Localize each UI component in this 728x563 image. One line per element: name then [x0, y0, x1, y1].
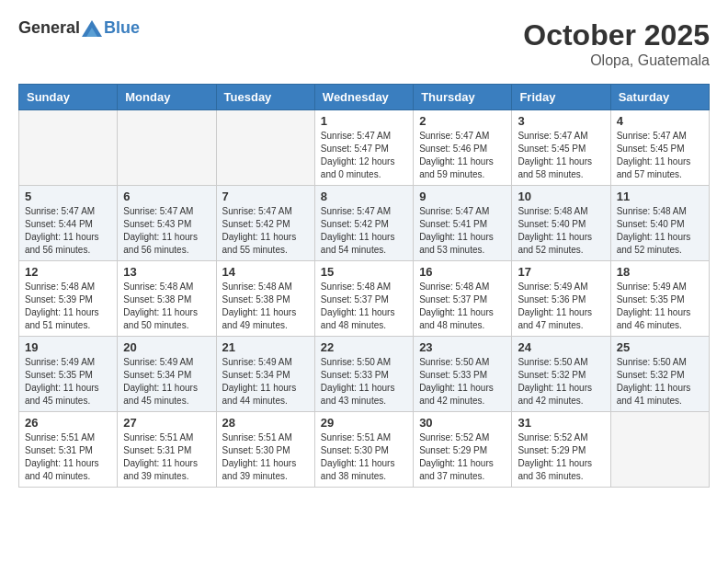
day-number: 20 — [123, 340, 210, 354]
day-info: Sunrise: 5:47 AMSunset: 5:41 PMDaylight:… — [419, 205, 506, 257]
day-cell-18: 18Sunrise: 5:49 AMSunset: 5:35 PMDayligh… — [610, 261, 709, 337]
week-row-3: 12Sunrise: 5:48 AMSunset: 5:39 PMDayligh… — [19, 261, 710, 337]
logo-icon — [82, 20, 102, 37]
empty-cell — [118, 110, 216, 186]
day-cell-17: 17Sunrise: 5:49 AMSunset: 5:36 PMDayligh… — [512, 261, 610, 337]
day-info: Sunrise: 5:49 AMSunset: 5:35 PMDaylight:… — [617, 281, 703, 332]
day-info: Sunrise: 5:51 AMSunset: 5:30 PMDaylight:… — [222, 431, 309, 483]
day-cell-9: 9Sunrise: 5:47 AMSunset: 5:41 PMDaylight… — [414, 186, 512, 261]
day-info: Sunrise: 5:50 AMSunset: 5:33 PMDaylight:… — [419, 356, 506, 408]
day-info: Sunrise: 5:49 AMSunset: 5:36 PMDaylight:… — [518, 281, 604, 332]
day-info: Sunrise: 5:47 AMSunset: 5:46 PMDaylight:… — [419, 130, 506, 181]
week-row-1: 1Sunrise: 5:47 AMSunset: 5:47 PMDaylight… — [19, 110, 710, 186]
empty-cell — [216, 110, 314, 186]
day-info: Sunrise: 5:47 AMSunset: 5:45 PMDaylight:… — [518, 130, 604, 181]
day-info: Sunrise: 5:51 AMSunset: 5:30 PMDaylight:… — [321, 431, 407, 483]
day-info: Sunrise: 5:47 AMSunset: 5:42 PMDaylight:… — [321, 205, 407, 257]
month-title: October 2025 — [523, 18, 710, 52]
day-number: 30 — [419, 416, 506, 430]
day-cell-7: 7Sunrise: 5:47 AMSunset: 5:42 PMDaylight… — [216, 186, 314, 261]
location: Olopa, Guatemala — [523, 52, 710, 69]
day-cell-8: 8Sunrise: 5:47 AMSunset: 5:42 PMDaylight… — [314, 186, 413, 261]
weekday-header-thursday: Thursday — [414, 85, 512, 110]
logo-blue: Blue — [104, 18, 140, 38]
day-cell-4: 4Sunrise: 5:47 AMSunset: 5:45 PMDaylight… — [610, 110, 709, 186]
day-info: Sunrise: 5:51 AMSunset: 5:31 PMDaylight:… — [123, 431, 210, 483]
day-number: 1 — [321, 114, 407, 128]
day-info: Sunrise: 5:47 AMSunset: 5:44 PMDaylight:… — [25, 205, 111, 257]
day-number: 24 — [518, 340, 604, 354]
day-cell-12: 12Sunrise: 5:48 AMSunset: 5:39 PMDayligh… — [19, 261, 118, 337]
day-cell-6: 6Sunrise: 5:47 AMSunset: 5:43 PMDaylight… — [118, 186, 216, 261]
day-info: Sunrise: 5:49 AMSunset: 5:35 PMDaylight:… — [25, 356, 111, 408]
day-number: 29 — [321, 416, 407, 430]
day-info: Sunrise: 5:48 AMSunset: 5:37 PMDaylight:… — [321, 281, 407, 332]
month-info: October 2025 Olopa, Guatemala — [523, 18, 710, 69]
weekday-header-friday: Friday — [512, 85, 610, 110]
page-header: General Blue October 2025 Olopa, Guatema… — [18, 18, 710, 69]
day-cell-28: 28Sunrise: 5:51 AMSunset: 5:30 PMDayligh… — [216, 412, 314, 488]
day-cell-30: 30Sunrise: 5:52 AMSunset: 5:29 PMDayligh… — [414, 412, 512, 488]
day-number: 12 — [25, 265, 111, 279]
day-info: Sunrise: 5:47 AMSunset: 5:47 PMDaylight:… — [321, 130, 407, 181]
logo: General Blue — [18, 18, 140, 38]
day-number: 17 — [518, 265, 604, 279]
day-info: Sunrise: 5:49 AMSunset: 5:34 PMDaylight:… — [222, 356, 309, 408]
empty-cell — [19, 110, 118, 186]
day-info: Sunrise: 5:48 AMSunset: 5:37 PMDaylight:… — [419, 281, 506, 332]
day-number: 9 — [419, 190, 506, 203]
day-info: Sunrise: 5:52 AMSunset: 5:29 PMDaylight:… — [419, 431, 506, 483]
day-info: Sunrise: 5:47 AMSunset: 5:45 PMDaylight:… — [617, 130, 703, 181]
day-cell-20: 20Sunrise: 5:49 AMSunset: 5:34 PMDayligh… — [118, 337, 216, 412]
calendar-table: SundayMondayTuesdayWednesdayThursdayFrid… — [18, 84, 710, 488]
week-row-4: 19Sunrise: 5:49 AMSunset: 5:35 PMDayligh… — [19, 337, 710, 412]
day-number: 31 — [518, 416, 604, 430]
day-info: Sunrise: 5:48 AMSunset: 5:40 PMDaylight:… — [518, 205, 604, 257]
day-number: 14 — [222, 265, 309, 279]
day-cell-11: 11Sunrise: 5:48 AMSunset: 5:40 PMDayligh… — [610, 186, 709, 261]
day-number: 18 — [617, 265, 703, 279]
day-number: 15 — [321, 265, 407, 279]
day-cell-27: 27Sunrise: 5:51 AMSunset: 5:31 PMDayligh… — [118, 412, 216, 488]
day-number: 5 — [25, 190, 111, 203]
day-cell-3: 3Sunrise: 5:47 AMSunset: 5:45 PMDaylight… — [512, 110, 610, 186]
day-number: 10 — [518, 190, 604, 203]
day-cell-16: 16Sunrise: 5:48 AMSunset: 5:37 PMDayligh… — [414, 261, 512, 337]
day-number: 22 — [321, 340, 407, 354]
day-number: 23 — [419, 340, 506, 354]
day-cell-19: 19Sunrise: 5:49 AMSunset: 5:35 PMDayligh… — [19, 337, 118, 412]
day-number: 21 — [222, 340, 309, 354]
day-number: 3 — [518, 114, 604, 128]
weekday-header-sunday: Sunday — [19, 85, 118, 110]
day-cell-25: 25Sunrise: 5:50 AMSunset: 5:32 PMDayligh… — [610, 337, 709, 412]
day-info: Sunrise: 5:51 AMSunset: 5:31 PMDaylight:… — [25, 431, 111, 483]
day-cell-24: 24Sunrise: 5:50 AMSunset: 5:32 PMDayligh… — [512, 337, 610, 412]
day-info: Sunrise: 5:50 AMSunset: 5:32 PMDaylight:… — [617, 356, 703, 408]
day-info: Sunrise: 5:50 AMSunset: 5:33 PMDaylight:… — [321, 356, 407, 408]
day-number: 7 — [222, 190, 309, 203]
day-number: 2 — [419, 114, 506, 128]
day-cell-2: 2Sunrise: 5:47 AMSunset: 5:46 PMDaylight… — [414, 110, 512, 186]
day-info: Sunrise: 5:49 AMSunset: 5:34 PMDaylight:… — [123, 356, 210, 408]
day-cell-1: 1Sunrise: 5:47 AMSunset: 5:47 PMDaylight… — [314, 110, 413, 186]
day-cell-26: 26Sunrise: 5:51 AMSunset: 5:31 PMDayligh… — [19, 412, 118, 488]
day-number: 25 — [617, 340, 703, 354]
calendar-header-row: SundayMondayTuesdayWednesdayThursdayFrid… — [19, 85, 710, 110]
empty-cell — [610, 412, 709, 488]
day-number: 11 — [617, 190, 703, 203]
day-info: Sunrise: 5:47 AMSunset: 5:43 PMDaylight:… — [123, 205, 210, 257]
day-number: 8 — [321, 190, 407, 203]
day-number: 6 — [123, 190, 210, 203]
day-cell-21: 21Sunrise: 5:49 AMSunset: 5:34 PMDayligh… — [216, 337, 314, 412]
day-info: Sunrise: 5:48 AMSunset: 5:39 PMDaylight:… — [25, 281, 111, 332]
weekday-header-monday: Monday — [118, 85, 216, 110]
day-info: Sunrise: 5:52 AMSunset: 5:29 PMDaylight:… — [518, 431, 604, 483]
day-number: 13 — [123, 265, 210, 279]
weekday-header-wednesday: Wednesday — [314, 85, 413, 110]
day-info: Sunrise: 5:48 AMSunset: 5:40 PMDaylight:… — [617, 205, 703, 257]
day-info: Sunrise: 5:48 AMSunset: 5:38 PMDaylight:… — [222, 281, 309, 332]
week-row-5: 26Sunrise: 5:51 AMSunset: 5:31 PMDayligh… — [19, 412, 710, 488]
day-number: 16 — [419, 265, 506, 279]
day-number: 4 — [617, 114, 703, 128]
day-number: 27 — [123, 416, 210, 430]
